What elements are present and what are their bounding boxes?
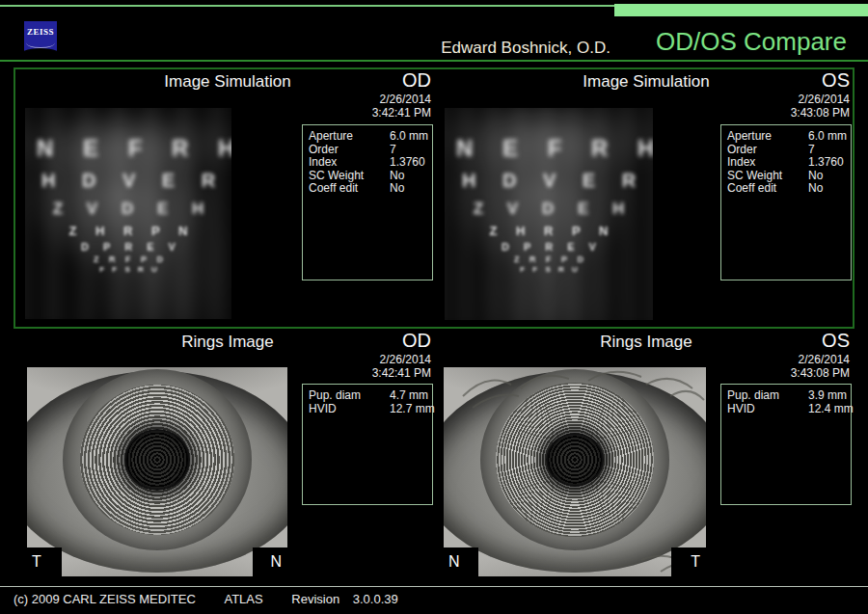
eyeball [444,371,706,572]
zeiss-logo: ZEISS [24,21,57,54]
rings-od-eye-label: OD [402,330,431,352]
param-label: SC Weight [309,170,390,183]
sim-od-title: Image Simulation [93,72,363,92]
sim-os-blurred-chart-image: N E F R H H D V E R Z V D E H Z H R P N … [445,108,653,320]
chart-row: D P R E V [25,241,231,253]
sim-os-title: Image Simulation [511,72,781,92]
param-label: Index [727,156,808,170]
table-row: Order7 [309,144,432,157]
param-value: 6.0 mm [808,130,847,144]
param-value: 7 [808,144,815,157]
param-value: 4.7 mm [390,389,428,403]
status-bar: (c) 2009 CARL ZEISS MEDITEC ATLAS Revisi… [14,592,398,606]
sim-od-chart-letters: N E F R H H D V E R Z V D E H Z H R P N … [25,108,231,274]
param-value: No [390,170,404,183]
param-label: Coeff edit [727,182,808,196]
sim-os-eye-label: OS [822,69,850,92]
param-label: HVID [309,403,390,416]
sim-os-time: 3:43:08 PM [791,106,850,120]
rings-os-date: 2/26/2014 [799,353,850,366]
sim-os-chart-letters: N E F R H H D V E R Z V D E H Z H R P N … [445,108,653,274]
chart-row: F F S R U [25,265,231,274]
rings-od-eye-photo: T N [27,367,287,576]
chart-row: N E F R H [25,135,231,162]
table-row: SC WeightNo [309,170,432,183]
chart-row: Z V D E H [445,200,653,219]
sim-od-date: 2/26/2014 [380,93,431,106]
sim-os-date: 2/26/2014 [799,93,850,106]
nasal-marker: N [444,547,478,576]
param-value: 6.0 mm [390,130,428,144]
table-row: Aperture6.0 mm [309,130,432,144]
table-row: Order7 [727,144,851,157]
footer-divider [0,586,868,587]
param-value: 3.9 mm [808,389,847,403]
param-label: Aperture [727,130,808,144]
nasal-marker: N [253,547,287,576]
param-label: Pup. diam [727,389,808,403]
copyright-text: (c) 2009 CARL ZEISS MEDITEC [14,592,196,606]
table-row: Pup. diam3.9 mm [727,389,851,403]
param-label: Coeff edit [309,182,390,196]
param-value: 12.7 mm [390,403,435,416]
param-value: 12.4 mm [808,403,854,416]
pupil [124,429,190,491]
table-row: SC WeightNo [727,170,851,183]
rings-os-eye-photo: N T [444,367,706,576]
chart-row: N E F R H [445,135,653,162]
sim-od-params-table: Aperture6.0 mm Order7 Index1.3760 SC Wei… [302,124,433,280]
view-title: OD/OS Compare [656,27,847,57]
atlas-odos-compare-screen: ZEISS Edward Boshnick, O.D. OD/OS Compar… [0,0,868,614]
eyeball [27,371,287,572]
table-row: HVID12.4 mm [727,403,851,416]
rings-od-date: 2/26/2014 [380,353,431,366]
table-row: Aperture6.0 mm [727,130,851,144]
rings-od-params-table: Pup. diam4.7 mm HVID12.7 mm [302,384,433,505]
param-label: Order [727,144,808,157]
param-label: Index [309,156,390,170]
pupil [546,433,604,487]
product-name: ATLAS [224,592,262,606]
table-row: Index1.3760 [309,156,432,170]
table-row: HVID12.7 mm [309,403,432,416]
param-label: HVID [727,403,808,416]
rings-os-time: 3:43:08 PM [791,366,850,380]
temporal-marker: T [27,547,62,576]
table-row: Index1.3760 [727,156,851,170]
param-value: 7 [390,144,396,157]
temporal-marker: T [671,547,706,576]
sim-od-blurred-chart-image: N E F R H H D V E R Z V D E H Z H R P N … [25,108,231,319]
chart-row: H D V E R [445,170,653,192]
sim-os-params-table: Aperture6.0 mm Order7 Index1.3760 SC Wei… [720,124,852,280]
sim-od-eye-label: OD [402,69,431,92]
rings-od-time: 3:42:41 PM [372,366,431,380]
revision-value: 3.0.0.39 [353,592,398,606]
chart-row: Z H R P N [445,224,653,238]
table-row: Coeff editNo [727,182,851,196]
rings-os-eye-label: OS [822,330,850,352]
chart-row: Z R F P D [445,254,653,264]
param-value: No [808,182,823,196]
chart-row: Z H R P N [25,224,231,238]
param-value: No [808,170,823,183]
rings-os-params-table: Pup. diam3.9 mm HVID12.4 mm [720,384,852,505]
header-top-accent-bar [614,4,868,16]
table-row: Pup. diam4.7 mm [309,389,432,403]
param-label: SC Weight [727,170,808,183]
chart-row: F F S R U [445,265,653,274]
param-value: 1.3760 [808,156,844,170]
chart-row: Z V D E H [25,200,231,219]
param-value: No [390,182,404,196]
header-top-line [0,5,616,7]
chart-row: H D V E R [25,170,231,192]
chart-row: Z R F P D [25,254,231,264]
chart-row: D P R E V [445,241,653,253]
revision-label: Revision [291,592,339,606]
sim-od-time: 3:42:41 PM [372,106,431,120]
practitioner-name: Edward Boshnick, O.D. [441,39,610,58]
rings-os-title: Rings Image [511,333,781,352]
table-row: Coeff editNo [309,182,432,196]
header-underline [0,60,868,62]
param-value: 1.3760 [390,156,425,170]
param-label: Aperture [309,130,390,144]
